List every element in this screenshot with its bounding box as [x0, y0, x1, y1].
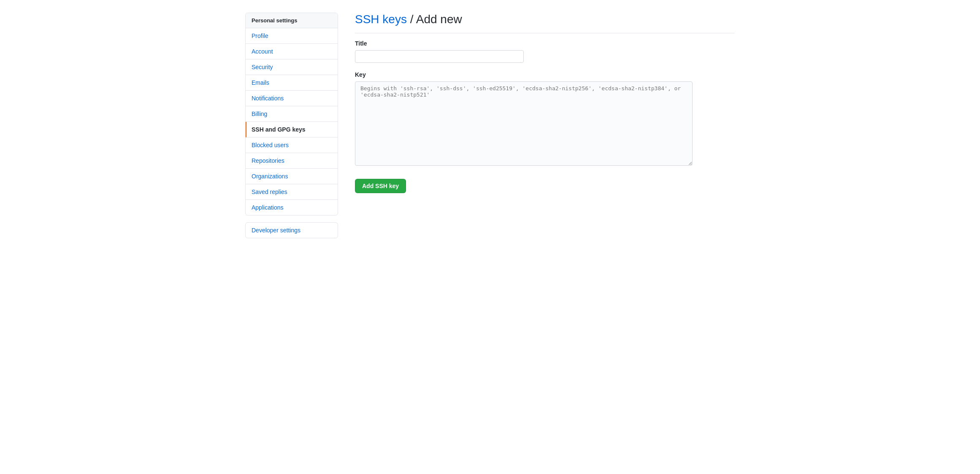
- add-ssh-key-form: Title Key Add SSH key: [355, 40, 735, 193]
- sidebar-item-profile[interactable]: Profile: [246, 28, 338, 44]
- developer-settings-section: Developer settings: [245, 222, 338, 238]
- breadcrumb-link[interactable]: SSH keys: [355, 13, 407, 26]
- breadcrumb-current: Add new: [416, 13, 462, 26]
- title-field-group: Title: [355, 40, 735, 63]
- sidebar-item-notifications[interactable]: Notifications: [246, 91, 338, 106]
- key-textarea[interactable]: [355, 81, 693, 166]
- sidebar-item-developer-settings[interactable]: Developer settings: [246, 223, 338, 238]
- add-ssh-key-button[interactable]: Add SSH key: [355, 179, 406, 193]
- sidebar-item-security[interactable]: Security: [246, 59, 338, 75]
- sidebar-item-account[interactable]: Account: [246, 44, 338, 59]
- sidebar-item-saved-replies[interactable]: Saved replies: [246, 184, 338, 200]
- sidebar-item-emails[interactable]: Emails: [246, 75, 338, 91]
- sidebar: Personal settings Profile Account Securi…: [245, 13, 338, 461]
- personal-settings-section: Personal settings Profile Account Securi…: [245, 13, 338, 215]
- sidebar-section-header: Personal settings: [246, 13, 338, 28]
- sidebar-item-repositories[interactable]: Repositories: [246, 153, 338, 169]
- sidebar-item-applications[interactable]: Applications: [246, 200, 338, 215]
- main-content: SSH keys / Add new Title Key Add SSH key: [355, 13, 735, 461]
- page-heading: SSH keys / Add new: [355, 13, 735, 33]
- key-label: Key: [355, 71, 735, 78]
- sidebar-item-ssh-gpg-keys[interactable]: SSH and GPG keys: [246, 122, 338, 137]
- sidebar-item-blocked-users[interactable]: Blocked users: [246, 137, 338, 153]
- title-label: Title: [355, 40, 735, 47]
- sidebar-item-organizations[interactable]: Organizations: [246, 169, 338, 184]
- breadcrumb-separator: /: [410, 13, 416, 26]
- sidebar-item-billing[interactable]: Billing: [246, 106, 338, 122]
- title-input[interactable]: [355, 50, 524, 63]
- key-field-group: Key: [355, 71, 735, 167]
